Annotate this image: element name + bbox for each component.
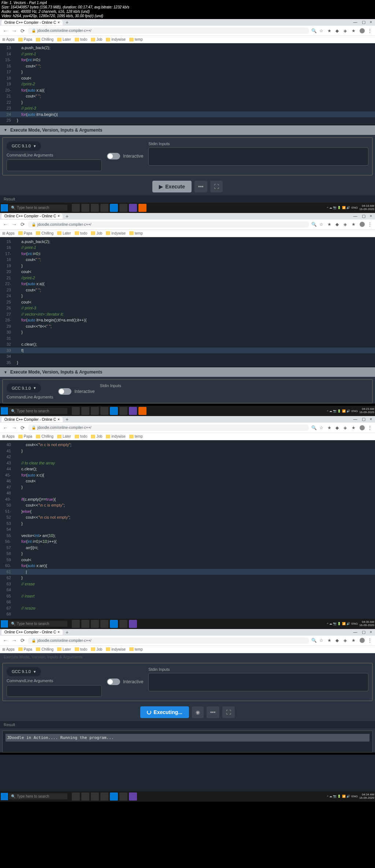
code-line[interactable]: 19 }: [0, 263, 375, 269]
extension-icon-2[interactable]: ◆: [335, 28, 341, 33]
code-line[interactable]: 58 }: [0, 551, 375, 557]
code-line[interactable]: 54: [0, 526, 375, 533]
interactive-toggle[interactable]: [107, 678, 120, 685]
code-line[interactable]: 67 // resize: [0, 605, 375, 611]
address-bar[interactable]: 🔒jdoodle.com/online-compiler-c++/: [28, 221, 309, 228]
close-window-icon[interactable]: ×: [370, 20, 372, 25]
code-line[interactable]: 20 cout<: [0, 269, 375, 275]
start-button[interactable]: [1, 793, 8, 800]
code-line[interactable]: 52 cout<<"\n cis not empty";: [0, 514, 375, 521]
stdin-input[interactable]: [148, 147, 368, 166]
execute-button[interactable]: ▶ Execute: [152, 181, 192, 192]
interactive-toggle[interactable]: [107, 153, 120, 159]
bookmark-apps[interactable]: ⊞Apps: [2, 37, 15, 41]
code-line[interactable]: 42: [0, 454, 375, 460]
bookmark-papa[interactable]: Papa: [18, 37, 32, 41]
code-line[interactable]: 59 cout<: [0, 557, 375, 563]
code-line[interactable]: 25 }: [0, 117, 375, 124]
code-line[interactable]: 13 a.push_back(2);: [0, 45, 375, 51]
menu-icon[interactable]: ⋮: [368, 638, 373, 643]
code-line[interactable]: 16 // print-1: [0, 244, 375, 251]
code-line[interactable]: 32 c.clear();: [0, 341, 375, 347]
menu-icon[interactable]: ⋮: [368, 425, 373, 430]
back-icon[interactable]: ←: [2, 28, 9, 34]
puzzle-icon[interactable]: ★: [352, 28, 357, 33]
taskbar-chrome[interactable]: [119, 204, 127, 212]
code-line[interactable]: 27 // vector<int>::iterator it;: [0, 311, 375, 317]
code-line[interactable]: 57 arr[i]=i;: [0, 545, 375, 551]
address-bar[interactable]: 🔒jdoodle.com/online-compiler-c++/: [28, 424, 309, 431]
taskbar-search[interactable]: 🔍Type here to search: [9, 793, 67, 799]
new-tab-button[interactable]: +: [63, 19, 71, 25]
lang-indicator[interactable]: ENG: [352, 206, 358, 209]
star-icon[interactable]: ☆: [319, 28, 324, 33]
start-button[interactable]: [1, 407, 8, 415]
code-line[interactable]: 14 // print-1: [0, 51, 375, 57]
code-line[interactable]: 50 cout<<"\n c is empty";: [0, 502, 375, 508]
code-line[interactable]: 45- for(auto x:c){: [0, 472, 375, 478]
code-line[interactable]: 15- for(int i=0;i: [0, 57, 375, 63]
taskbar-app[interactable]: [91, 204, 99, 212]
zoom-icon[interactable]: 🔍: [311, 28, 316, 33]
code-line[interactable]: 26 // print-3: [0, 305, 375, 311]
bookmark-temp[interactable]: temp: [129, 37, 143, 41]
code-line[interactable]: 61 |: [0, 569, 375, 575]
forward-icon[interactable]: →: [11, 221, 18, 227]
execute-header[interactable]: ▼ Execute Mode, Version, Inputs & Argume…: [0, 125, 375, 135]
taskbar-search[interactable]: 🔍Type here to search: [9, 408, 67, 414]
taskbar-vscode[interactable]: [110, 204, 118, 212]
code-line[interactable]: 60- for(auto x:arr){: [0, 563, 375, 569]
stdin-input[interactable]: [148, 673, 368, 691]
bookmark-indywise[interactable]: indywise: [106, 37, 125, 41]
close-icon[interactable]: ×: [57, 418, 60, 422]
code-line[interactable]: 21 //print-2: [0, 275, 375, 281]
taskbar-vlc[interactable]: [138, 204, 146, 212]
back-icon[interactable]: ←: [2, 637, 9, 643]
taskbar-app[interactable]: [100, 204, 108, 212]
code-line[interactable]: 22 }: [0, 99, 375, 106]
address-bar[interactable]: 🔒 jdoodle.com/online-compiler-c++/: [28, 27, 309, 34]
close-icon[interactable]: ×: [57, 21, 60, 25]
new-tab-button[interactable]: +: [63, 416, 71, 422]
new-tab-button[interactable]: +: [63, 629, 71, 635]
code-line[interactable]: 18 cout<" ";: [0, 257, 375, 263]
minimize-icon[interactable]: —: [353, 20, 357, 25]
extension-icon[interactable]: ★: [327, 28, 333, 33]
bookmark-todo[interactable]: todo: [75, 37, 87, 41]
avatar[interactable]: [360, 28, 365, 33]
stop-button[interactable]: ◉: [192, 706, 204, 718]
code-line[interactable]: 24 }: [0, 293, 375, 299]
bookmark-later[interactable]: Later: [57, 37, 71, 41]
code-line[interactable]: 29 cout<<*it<<" ";: [0, 323, 375, 330]
minimize-icon[interactable]: —: [353, 214, 357, 218]
code-line[interactable]: 68: [0, 611, 375, 617]
code-line[interactable]: 22- for(auto x:a){: [0, 281, 375, 287]
code-line[interactable]: 40 cout<<"\n c is not empty";: [0, 442, 375, 448]
compiler-version-select[interactable]: GCC 9.1.0▾: [7, 667, 41, 676]
back-icon[interactable]: ←: [2, 221, 9, 227]
code-line[interactable]: 28- for(auto it=a.begin();it!=a.end();it…: [0, 317, 375, 323]
commandline-input[interactable]: [7, 685, 102, 697]
reload-icon[interactable]: ⟳: [20, 425, 26, 431]
avatar[interactable]: [360, 222, 365, 227]
reload-icon[interactable]: ⟳: [20, 28, 26, 34]
code-line[interactable]: 31: [0, 335, 375, 342]
code-line[interactable]: 48: [0, 490, 375, 496]
code-line[interactable]: 65 // insert: [0, 593, 375, 599]
bookmark-job[interactable]: Job: [91, 37, 102, 41]
reload-icon[interactable]: ⟳: [20, 221, 26, 227]
close-window-icon[interactable]: ×: [370, 630, 372, 635]
browser-tab[interactable]: Online C++ Compiler - Online C ×: [1, 20, 63, 25]
more-button[interactable]: •••: [194, 181, 207, 192]
more-button[interactable]: •••: [207, 706, 219, 718]
code-line[interactable]: 35 }: [0, 360, 375, 366]
avatar[interactable]: [360, 425, 365, 430]
commandline-input[interactable]: [7, 159, 102, 171]
zoom-icon[interactable]: 🔍: [311, 222, 316, 227]
code-line[interactable]: 18 cout<: [0, 75, 375, 81]
extension-icon-3[interactable]: ◈: [344, 28, 349, 33]
code-editor[interactable]: 40 cout<<"\n c is not empty";41 }4243 //…: [0, 440, 375, 619]
taskbar-app[interactable]: [72, 204, 80, 212]
avatar[interactable]: [360, 638, 365, 643]
maximize-icon[interactable]: ▢: [362, 417, 365, 422]
